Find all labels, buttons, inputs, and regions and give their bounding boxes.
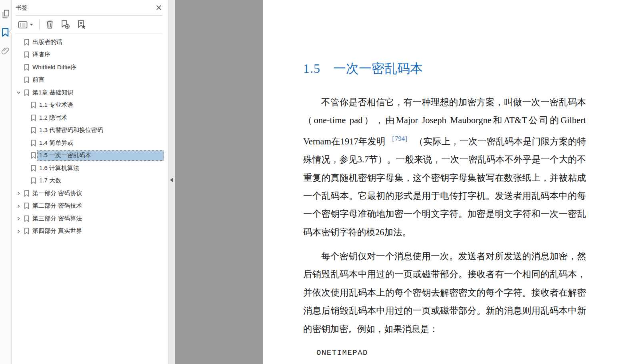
paragraph-1: 不管你是否相信它，有一种理想的加密方案，叫做一次一密乱码本（one-time p… [303,93,586,241]
bookmark-icon [30,165,36,172]
chevron-down-icon[interactable] [16,90,21,96]
bookmark-item[interactable]: 1.2 隐写术 [12,112,168,124]
panel-title: 书签 [16,4,28,12]
bookmark-item[interactable]: 1.1 专业术语 [12,99,168,112]
bookmark-label: 第二部分 密码技术 [32,202,82,209]
bookmarks-panel-header: 书签 [12,0,168,15]
chevron-spacer [16,153,21,158]
goto-bookmark-button[interactable] [75,18,89,31]
pdf-page: 1.5一次一密乱码本 不管你是否相信它，有一种理想的加密方案，叫做一次一密乱码本… [263,0,636,364]
page-thumbnails-icon[interactable] [0,8,11,20]
bookmark-item[interactable]: 第四部分 真实世界 [12,225,168,238]
chevron-spacer [16,128,21,133]
bookmark-label: 1.4 简单异或 [39,139,73,146]
bookmark-label: 译者序 [32,51,50,58]
bookmark-label: Whitfield Diffie序 [32,64,77,70]
reference-link-794[interactable]: ［794］ [388,135,412,142]
panel-resize-gutter[interactable] [168,0,175,364]
chevron-spacer [16,65,21,70]
bookmark-label: 1.2 隐写术 [39,114,67,121]
bookmark-label: 第1章 基础知识 [32,89,74,96]
bookmark-item-selected[interactable]: 1.5 一次一密乱码本 [12,150,168,162]
chevron-spacer [16,77,21,83]
bookmark-label: 第四部分 真实世界 [32,227,82,234]
chevron-spacer [16,40,21,45]
bookmarks-tree: 出版者的话 译者序 Whitfield Diffie序 前言 第1章 基 [12,34,168,238]
bookmark-label: 1.7 大数 [39,177,61,184]
bookmark-item[interactable]: 第三部分 密码算法 [12,212,168,225]
bookmark-item[interactable]: 译者序 [12,49,168,62]
bookmark-item[interactable]: 出版者的话 [12,36,168,49]
collapse-panel-button[interactable] [170,178,173,182]
bookmark-icon [30,127,36,134]
bookmark-icon [30,102,36,109]
bookmark-label: 1.3 代替密码和换位密码 [39,126,103,133]
bookmark-item[interactable]: 第二部分 密码技术 [12,200,168,213]
attachments-icon[interactable] [0,45,11,57]
new-bookmark-button[interactable] [58,18,72,31]
bookmark-item[interactable]: 1.7 大数 [12,175,168,188]
chevron-spacer [16,166,21,171]
bookmark-item[interactable]: 第1章 基础知识 [12,86,168,99]
bookmark-item[interactable]: 1.4 简单异或 [12,137,168,150]
bookmark-label: 前言 [32,76,44,83]
toolbar-separator [39,20,40,30]
bookmark-icon [24,228,30,235]
paragraph-1-text-continued: （实际上，一次一密乱码本是门限方案的特殊情况，参见3.7节）。一般来说，一次一密… [303,136,586,237]
bookmarks-toolbar [12,16,168,34]
paperclip-glyph [1,46,10,56]
document-area: 1.5一次一密乱码本 不管你是否相信它，有一种理想的加密方案，叫做一次一密乱码本… [175,0,636,364]
chevron-right-icon[interactable] [16,191,21,196]
chevron-right-icon[interactable] [16,216,21,222]
close-panel-button[interactable] [154,3,163,12]
bookmark-icon [30,140,36,147]
options-list-icon [18,21,28,29]
bookmark-item[interactable]: 前言 [12,74,168,87]
chevron-right-icon[interactable] [16,203,21,209]
chevron-spacer [16,178,21,184]
bookmark-label: 1.6 计算机算法 [39,164,79,171]
bookmark-options-button[interactable] [16,19,35,30]
bookmark-item[interactable]: Whitfield Diffie序 [12,61,168,74]
bookmark-label: 出版者的话 [32,38,62,45]
example-message-code: ONETIMEPAD [316,348,368,357]
section-heading: 1.5一次一密乱码本 [303,60,423,78]
page-thumbnails-glyph [1,9,10,19]
trash-icon [46,20,54,29]
bookmark-icon [24,190,30,197]
bookmark-icon [24,39,30,46]
section-title: 一次一密乱码本 [333,61,423,76]
bookmark-icon [24,76,30,84]
bookmark-icon [24,64,30,71]
bookmark-icon [30,114,36,122]
delete-bookmark-button[interactable] [44,18,56,31]
chevron-spacer [16,52,21,58]
bookmark-icon [24,51,30,58]
bookmark-label: 1.5 一次一密乱码本 [39,152,91,158]
chevron-right-icon[interactable] [16,228,21,234]
section-number: 1.5 [303,61,320,76]
sidebar-rail [0,0,12,364]
goto-bookmark-icon [77,20,87,29]
bookmark-icon [24,89,30,96]
bookmark-item[interactable]: 第一部分 密码协议 [12,187,168,200]
bookmark-label: 第一部分 密码协议 [32,190,82,196]
paragraph-2: 每个密钥仅对一个消息使用一次。发送者对所发送的消息加密，然后销毁乱码本中用过的一… [303,247,586,338]
bookmark-ribbon-glyph [1,28,10,38]
chevron-spacer [16,115,21,121]
bookmark-icon [30,177,36,184]
bookmark-item[interactable]: 1.6 计算机算法 [12,162,168,175]
new-bookmark-icon [60,20,70,29]
chevron-spacer [16,102,21,108]
caret-down-icon [30,24,33,26]
bookmark-label: 第三部分 密码算法 [32,215,82,222]
bookmark-item[interactable]: 1.3 代替密码和换位密码 [12,124,168,137]
bookmarks-panel: 书签 [12,0,168,364]
chevron-spacer [16,140,21,146]
close-icon [156,5,162,10]
bookmark-icon [24,215,30,222]
bookmark-icon [24,202,30,210]
bookmark-icon [30,152,36,159]
bookmark-label: 1.1 专业术语 [39,101,73,108]
pdf-reader-window: 书签 [0,0,636,364]
